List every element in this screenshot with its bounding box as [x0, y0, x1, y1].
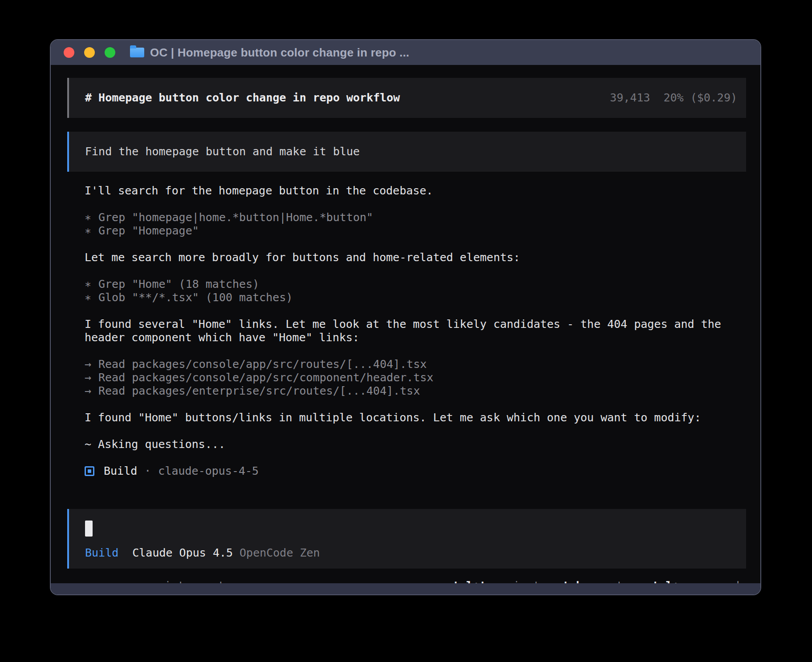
hint-variants: ctrl+t variants — [446, 579, 547, 583]
prompt-input[interactable]: Build Claude Opus 4.5 OpenCode Zen — [67, 509, 746, 569]
close-button[interactable] — [64, 47, 74, 58]
agent-model: claude-opus-4-5 — [158, 464, 259, 478]
folder-icon — [130, 48, 144, 57]
asterisk-bullet-icon: ∗ — [85, 211, 98, 224]
input-agent-label[interactable]: Build — [85, 546, 118, 560]
tool-call-group: ∗Grep "Home" (18 matches) ∗Glob "**/*.ts… — [85, 278, 746, 304]
traffic-lights — [64, 47, 115, 58]
text-cursor — [85, 521, 93, 537]
tab-key: tab — [563, 579, 583, 583]
minimize-button[interactable] — [84, 47, 95, 58]
esc-key: esc — [138, 579, 158, 583]
asterisk-bullet-icon: ∗ — [85, 291, 98, 304]
session-stats: 39,413 20% ($0.29) — [610, 91, 737, 105]
user-message-text: Find the homepage button and make it blu… — [85, 145, 360, 158]
input-provider-label: OpenCode Zen — [240, 546, 320, 560]
assistant-text-candidates: I found several "Home" links. Let me loo… — [85, 318, 746, 344]
esc-label: interrupt — [164, 579, 224, 583]
agent-name: Build — [104, 464, 137, 478]
asterisk-bullet-icon: ∗ — [85, 224, 98, 238]
dot-separator: · — [144, 464, 151, 478]
tool-call-text: Grep "Home" (18 matches) — [98, 278, 259, 291]
tool-call-line: ∗Glob "**/*.tsx" (100 matches) — [85, 291, 746, 304]
agent-status-row: Build · claude-opus-4-5 — [85, 464, 746, 478]
read-call-text: Read packages/console/app/src/component/… — [98, 371, 434, 384]
window-titlebar[interactable]: OC | Homepage button color change in rep… — [51, 40, 760, 65]
ctrl-p-key: ctrl+p — [646, 579, 686, 583]
assistant-text-intro: I'll search for the homepage button in t… — [85, 184, 746, 198]
terminal-window: OC | Homepage button color change in rep… — [50, 39, 761, 595]
read-call-group: →Read packages/console/app/src/routes/[.… — [85, 358, 746, 398]
build-agent-icon — [85, 466, 94, 476]
arrow-right-icon: → — [85, 384, 98, 398]
tool-call-line: ∗Grep "Home" (18 matches) — [85, 278, 746, 291]
terminal-content: # Homepage button color change in repo w… — [51, 65, 760, 583]
arrow-right-icon: → — [85, 371, 98, 384]
read-call-text: Read packages/console/app/src/routes/[..… — [98, 358, 427, 371]
build-agent-icon-core — [88, 469, 91, 473]
read-call-line: →Read packages/enterprise/src/routes/[..… — [85, 384, 746, 398]
context-usage: 20% ($0.29) — [663, 91, 737, 105]
user-message: Find the homepage button and make it blu… — [67, 132, 746, 172]
tool-call-line: ∗Grep "Homepage" — [85, 224, 746, 238]
token-count: 39,413 — [610, 91, 650, 105]
status-left: esc interrupt — [67, 579, 225, 583]
tool-call-text: Glob "**/*.tsx" (100 matches) — [98, 291, 293, 304]
read-call-line: →Read packages/console/app/src/routes/[.… — [85, 358, 746, 371]
zoom-button[interactable] — [105, 47, 115, 58]
window-bottom-bar — [51, 583, 760, 594]
assistant-text-ask: I found "Home" buttons/links in multiple… — [85, 411, 746, 424]
tool-call-text: Grep "Homepage" — [98, 224, 199, 237]
variants-label: variants — [493, 579, 546, 583]
window-title: OC | Homepage button color change in rep… — [150, 46, 410, 60]
input-model-label[interactable]: Claude Opus 4.5 — [132, 546, 233, 560]
status-bar: esc interrupt ctrl+t variants tab agents… — [67, 579, 746, 583]
asterisk-bullet-icon: ∗ — [85, 278, 98, 291]
assistant-text-broaden: Let me search more broadly for buttons a… — [85, 251, 746, 264]
status-right: ctrl+t variants tab agents ctrl+p comman… — [446, 579, 746, 583]
agents-label: agents — [589, 579, 629, 583]
tool-call-line: ∗Grep "homepage|home.*button|Home.*butto… — [85, 211, 746, 224]
hint-commands: ctrl+p commands — [646, 579, 746, 583]
tool-call-group: ∗Grep "homepage|home.*button|Home.*butto… — [85, 211, 746, 238]
input-meta-row: Build Claude Opus 4.5 OpenCode Zen — [85, 546, 737, 560]
session-header: # Homepage button color change in repo w… — [67, 78, 746, 118]
read-call-line: →Read packages/console/app/src/component… — [85, 371, 746, 384]
commands-label: commands — [693, 579, 746, 583]
session-title: # Homepage button color change in repo w… — [85, 91, 400, 105]
arrow-right-icon: → — [85, 358, 98, 371]
ctrl-t-key: ctrl+t — [446, 579, 486, 583]
asking-questions-status: ~ Asking questions... — [85, 438, 746, 451]
hint-agents: tab agents — [563, 579, 629, 583]
read-call-text: Read packages/enterprise/src/routes/[...… — [98, 384, 420, 397]
tool-call-text: Grep "homepage|home.*button|Home.*button… — [98, 211, 373, 224]
assistant-response: I'll search for the homepage button in t… — [67, 184, 746, 491]
